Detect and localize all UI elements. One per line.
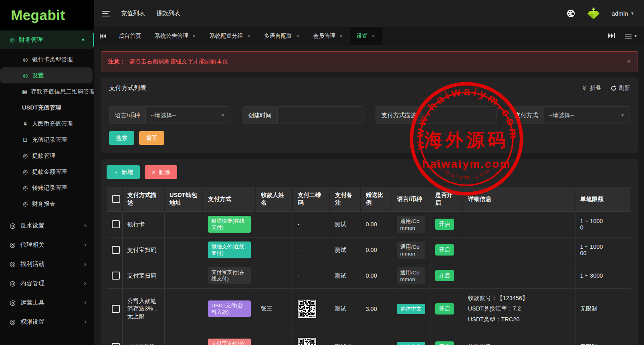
table-row: 银行卡银联快捷(在线支付)-测试0.00通用/Common开启1 ~ 10000 [107, 211, 631, 237]
cell-qrcode: - [293, 237, 330, 263]
tab-close-icon[interactable]: ✕ [372, 34, 375, 38]
gem-icon[interactable] [585, 7, 602, 20]
tab-item[interactable]: 后台首页 [112, 27, 148, 45]
sidebar-subitem[interactable]: ◎提款金额管理 [0, 164, 94, 180]
tab-options-icon[interactable]: ▼ [625, 34, 638, 39]
tab-bar: 后台首页系统公告管理✕系统配置分组✕多语言配置✕会员管理✕设置✕ ▼ [94, 27, 644, 45]
refresh-label: 刷新 [619, 85, 630, 92]
delete-label: 删除 [159, 168, 170, 176]
row-checkbox[interactable] [112, 220, 120, 228]
circle-icon: ◎ [22, 168, 28, 175]
lang-badge: 通用/Common [397, 267, 425, 284]
row-checkbox[interactable] [112, 246, 120, 254]
enabled-badge[interactable]: 开启 [435, 219, 454, 230]
circle-icon: ◎ [10, 221, 16, 230]
enabled-badge[interactable]: 开启 [435, 303, 454, 315]
refresh-button[interactable]: 刷新 [611, 85, 630, 92]
double-chevron-icon: ≫ [582, 85, 588, 91]
sidebar-group[interactable]: ◎权限设置› [0, 312, 94, 331]
sidebar-subitem[interactable]: ¥人民币充值管理 [0, 116, 94, 132]
theme-palette-icon[interactable] [566, 9, 575, 18]
cell-lang: 简体中文 [392, 288, 430, 329]
topnav-link[interactable]: 充值列表 [121, 10, 145, 17]
sidebar-subitem[interactable]: ◎转账记录管理 [0, 180, 94, 196]
collapse-label: 折叠 [590, 85, 601, 92]
cell-usdt-address [164, 211, 203, 237]
lang-badge: 简体中文 [397, 304, 425, 314]
hamburger-icon[interactable] [102, 11, 110, 16]
filter-select[interactable]: --请选择--▼ [544, 107, 630, 124]
logo-text: Megabit [11, 7, 65, 23]
lang-badge: 通用/Common [397, 216, 425, 233]
add-label: 新增 [121, 168, 133, 176]
circle-icon: ◎ [10, 279, 16, 288]
sidebar-group-finance[interactable]: ◎ 财务管理 ▼ [0, 30, 94, 49]
add-button[interactable]: ＋ 新增 [107, 165, 140, 179]
tab-item[interactable]: 系统配置分组✕ [202, 27, 257, 45]
filter-fields: 语言/币种--请选择--▼创建时间支付方式描述支付方式--请选择--▼ [109, 106, 630, 124]
column-header: 支付方式 [203, 187, 256, 211]
sidebar-subitem[interactable]: ◎银行卡类型管理 [0, 51, 94, 67]
delete-button[interactable]: ✕ 删除 [145, 165, 177, 179]
row-checkbox[interactable] [112, 272, 120, 280]
scroll-tabs-right-icon[interactable] [608, 32, 615, 40]
cell-method: 银联快捷(在线支付) [203, 211, 256, 237]
row-checkbox[interactable] [112, 343, 120, 345]
sidebar-group[interactable]: ◎内容管理› [0, 274, 94, 293]
topnav-links: 充值列表提款列表 [121, 10, 180, 17]
column-header: 详细信息 [463, 187, 575, 211]
sidebar-group-label: 财务管理 [19, 36, 43, 44]
select-all-checkbox[interactable] [112, 195, 120, 203]
filter-select[interactable]: --请选择--▼ [146, 107, 230, 124]
tab-item[interactable]: 设置✕ [350, 27, 382, 45]
topnav-link[interactable]: 提款列表 [156, 10, 180, 17]
sidebar-group[interactable]: ◎代理相关› [0, 235, 94, 254]
sidebar-subitem[interactable]: ⊡充值记录管理 [0, 132, 94, 148]
qr-code-image [298, 300, 325, 318]
sidebar-subitem[interactable]: USDT充值管理 [0, 99, 94, 116]
sidebar-group[interactable]: ◎运营工具› [0, 293, 94, 312]
detail-line: 收款账号：【123456】 [468, 293, 570, 304]
reset-button[interactable]: 重置 [139, 131, 164, 145]
row-checkbox[interactable] [112, 305, 120, 313]
tab-item[interactable]: 多语言配置✕ [257, 27, 306, 45]
cell-payee [256, 263, 293, 288]
sidebar-group[interactable]: ◎反水设置› [0, 216, 94, 235]
sidebar-subitem[interactable]: ◎提款管理 [0, 148, 94, 164]
tab-close-icon[interactable]: ✕ [247, 34, 250, 38]
scroll-tabs-left-icon[interactable] [100, 27, 106, 45]
circle-icon: ◎ [10, 298, 16, 307]
logo: Megabit [0, 0, 94, 30]
search-button[interactable]: 搜索 [109, 131, 134, 145]
sidebar-subitem-label: 银行卡类型管理 [32, 56, 73, 63]
cell-lang: 通用/Common [392, 263, 430, 288]
filter-panel: 支付方式列表 ≫ 折叠 刷新 语言/币种--请选 [101, 77, 638, 153]
user-menu[interactable]: admin ▼ [612, 10, 634, 17]
tab-close-icon[interactable]: ✕ [192, 34, 196, 38]
filter-input[interactable] [422, 107, 497, 124]
close-icon[interactable]: ✕ [626, 58, 631, 65]
enabled-badge[interactable]: 开启 [435, 341, 454, 345]
tab-item[interactable]: 会员管理✕ [306, 27, 349, 45]
circle-icon: ◎ [10, 36, 15, 43]
sidebar-subitem[interactable]: ▦存款充值信息二维码管理 [0, 83, 94, 99]
enabled-badge[interactable]: 开启 [435, 244, 454, 256]
enabled-badge[interactable]: 开启 [435, 270, 454, 281]
monitor-icon: ⊡ [22, 136, 28, 143]
chevron-right-icon: › [84, 318, 86, 325]
method-badge: 银联快捷(在线支付) [208, 216, 251, 232]
column-header: 收款人姓名 [256, 187, 293, 211]
tab-item[interactable]: 系统公告管理✕ [148, 27, 202, 45]
tab-close-icon[interactable]: ✕ [296, 34, 299, 38]
cell-method: 支付宝支付(在线支付) [203, 263, 256, 288]
sidebar-subitem[interactable]: ◎设置 [0, 67, 93, 83]
cell-details [463, 237, 575, 263]
tab-close-icon[interactable]: ✕ [339, 34, 343, 38]
sidebar-subitem-label: 充值记录管理 [32, 136, 67, 144]
column-header: 支付二维码 [293, 187, 330, 211]
sidebar-group[interactable]: ◎福利活动› [0, 254, 94, 274]
filter-input[interactable] [278, 107, 363, 124]
detail-line: USDT类型：TRC20 [468, 314, 570, 325]
collapse-button[interactable]: ≫ 折叠 [582, 85, 601, 92]
sidebar-subitem[interactable]: ◎财务报表 [0, 196, 94, 212]
